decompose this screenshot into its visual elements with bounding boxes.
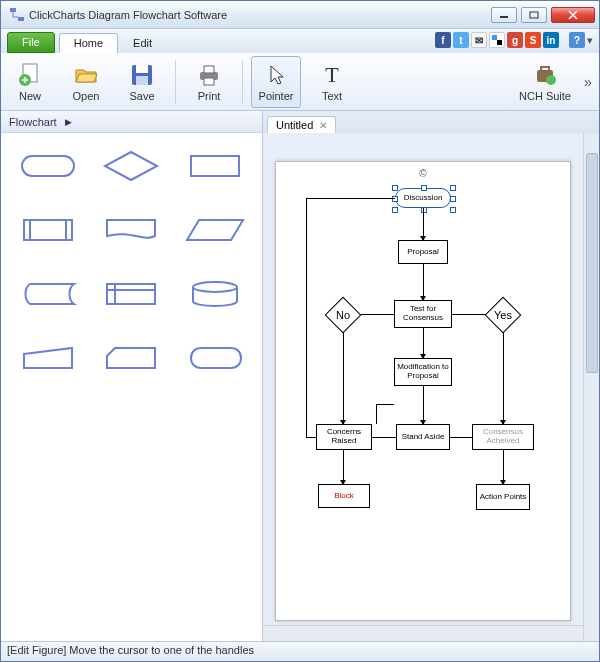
linkedin-icon[interactable]: in	[543, 32, 559, 48]
node-proposal[interactable]: Proposal	[398, 240, 448, 264]
connector	[372, 437, 396, 438]
node-achieved[interactable]: Consensus Acheived	[472, 424, 534, 450]
resize-handle[interactable]	[450, 207, 456, 213]
print-icon	[196, 62, 222, 88]
connector	[343, 332, 344, 424]
node-no[interactable]: No	[325, 297, 362, 334]
node-discussion[interactable]: Discussion	[395, 188, 451, 208]
close-button[interactable]	[551, 7, 595, 23]
node-action[interactable]: Action Points	[476, 484, 530, 510]
connector	[376, 404, 377, 424]
open-icon	[73, 62, 99, 88]
svg-rect-19	[24, 220, 72, 240]
node-modification[interactable]: Modification to Proposal	[394, 358, 452, 386]
help-icon[interactable]: ?	[569, 32, 585, 48]
resize-handle[interactable]	[450, 196, 456, 202]
shape-card[interactable]	[95, 337, 169, 379]
print-button[interactable]: Print	[184, 56, 234, 108]
sidebar-header[interactable]: Flowchart ▶	[1, 111, 262, 133]
resize-handle[interactable]	[421, 207, 427, 213]
svg-rect-9	[136, 65, 148, 73]
connector	[423, 264, 424, 300]
canvas-viewport[interactable]: © Discussion Proposal Test for Consensus…	[263, 133, 599, 641]
save-button[interactable]: Save	[117, 56, 167, 108]
menu-edit[interactable]: Edit	[118, 33, 167, 53]
connector	[452, 314, 485, 315]
shape-manual-input[interactable]	[11, 337, 85, 379]
shape-predefined[interactable]	[11, 209, 85, 251]
email-icon[interactable]: ✉	[471, 32, 487, 48]
canvas-area: Untitled ✕ © Discussion Proposal Te	[263, 111, 599, 641]
save-icon	[129, 62, 155, 88]
more-tools-icon[interactable]: »	[581, 56, 595, 108]
svg-point-25	[193, 282, 237, 292]
arrow-icon	[500, 420, 506, 425]
node-stand[interactable]: Stand Aside	[396, 424, 450, 450]
resize-handle[interactable]	[450, 185, 456, 191]
workspace: Flowchart ▶ Untitled ✕ ©	[1, 111, 599, 641]
facebook-icon[interactable]: f	[435, 32, 451, 48]
google-icon[interactable]: g	[507, 32, 523, 48]
arrow-icon	[340, 420, 346, 425]
node-test[interactable]: Test for Consensus	[394, 300, 452, 328]
text-button[interactable]: T Text	[307, 56, 357, 108]
copyright-mark: ©	[419, 168, 426, 179]
resize-handle[interactable]	[392, 196, 398, 202]
svg-rect-15	[541, 67, 549, 71]
twitter-icon[interactable]: t	[453, 32, 469, 48]
shape-data[interactable]	[178, 209, 252, 251]
expand-icon: ▶	[65, 117, 72, 127]
shape-database[interactable]	[178, 273, 252, 315]
shape-stored-data[interactable]	[11, 273, 85, 315]
svg-rect-5	[497, 40, 502, 45]
minimize-button[interactable]	[491, 7, 517, 23]
arrow-icon	[420, 420, 426, 425]
tab-untitled[interactable]: Untitled ✕	[267, 116, 336, 133]
resize-handle[interactable]	[392, 185, 398, 191]
svg-rect-0	[10, 8, 16, 12]
shapes-sidebar: Flowchart ▶	[1, 111, 263, 641]
node-yes[interactable]: Yes	[485, 297, 522, 334]
arrow-icon	[500, 480, 506, 485]
pointer-button[interactable]: Pointer	[251, 56, 301, 108]
shape-document[interactable]	[95, 209, 169, 251]
scrollbar-thumb[interactable]	[586, 153, 598, 373]
connector	[503, 450, 504, 484]
shape-decision[interactable]	[95, 145, 169, 187]
horizontal-scrollbar[interactable]	[263, 625, 583, 641]
svg-rect-10	[136, 76, 148, 85]
connector	[376, 404, 394, 405]
shape-process[interactable]	[178, 145, 252, 187]
svg-rect-1	[18, 17, 24, 21]
pointer-icon	[263, 62, 289, 88]
arrow-icon	[420, 296, 426, 301]
shape-internal-storage[interactable]	[95, 273, 169, 315]
nch-suite-button[interactable]: NCH Suite	[515, 56, 575, 108]
open-button[interactable]: Open	[61, 56, 111, 108]
delicious-icon[interactable]	[489, 32, 505, 48]
menu-bar: File Home Edit f t ✉ g S in ? ▾	[1, 29, 599, 53]
resize-handle[interactable]	[421, 185, 427, 191]
tab-close-icon[interactable]: ✕	[319, 120, 327, 131]
status-text: [Edit Figure] Move the cursor to one of …	[7, 644, 254, 656]
diagram-page[interactable]: © Discussion Proposal Test for Consensus…	[275, 161, 571, 621]
help-dropdown-icon[interactable]: ▾	[587, 32, 593, 48]
stumble-icon[interactable]: S	[525, 32, 541, 48]
titlebar: ClickCharts Diagram Flowchart Software	[1, 1, 599, 29]
app-icon	[9, 7, 25, 23]
menu-home[interactable]: Home	[59, 33, 118, 53]
node-block[interactable]: Block	[318, 484, 370, 508]
shape-display[interactable]	[178, 337, 252, 379]
resize-handle[interactable]	[392, 207, 398, 213]
svg-point-16	[546, 75, 556, 85]
menu-file[interactable]: File	[7, 32, 55, 53]
arrow-icon	[340, 480, 346, 485]
maximize-button[interactable]	[521, 7, 547, 23]
connector	[343, 450, 344, 484]
new-button[interactable]: New	[5, 56, 55, 108]
suite-icon	[532, 62, 558, 88]
connector	[361, 314, 394, 315]
shape-terminator[interactable]	[11, 145, 85, 187]
node-concerns[interactable]: Concerns Raised	[316, 424, 372, 450]
vertical-scrollbar[interactable]	[583, 133, 599, 641]
